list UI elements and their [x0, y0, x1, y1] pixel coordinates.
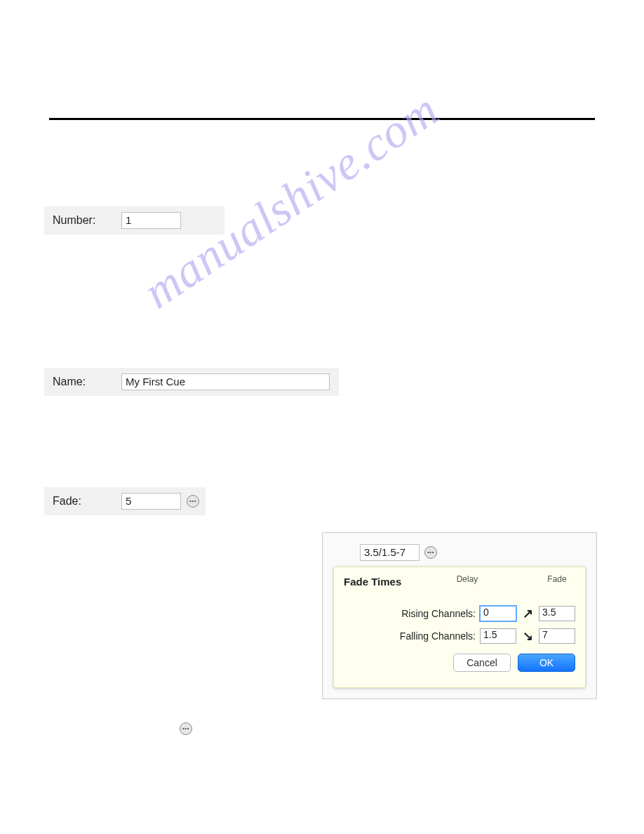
fade-input[interactable]: 5 — [121, 493, 181, 510]
rising-fade-input[interactable]: 3.5 — [539, 606, 575, 621]
dialog-button-row: Cancel OK — [344, 654, 575, 672]
arrow-up-right-icon: ↗ — [521, 606, 535, 621]
name-field-strip: Name: My First Cue — [44, 368, 339, 396]
ellipsis-icon: ••• — [182, 724, 189, 734]
falling-channels-row: Falling Channels: 1.5 ↘ 7 — [344, 628, 575, 644]
number-field-strip: Number: 1 — [44, 206, 224, 234]
rising-channels-label: Rising Channels: — [344, 608, 476, 619]
fade-times-dialog: Fade Times Delay Fade Rising Channels: 0… — [333, 567, 586, 688]
falling-fade-input[interactable]: 7 — [539, 628, 575, 644]
rising-channels-row: Rising Channels: 0 ↗ 3.5 — [344, 606, 575, 621]
number-input[interactable]: 1 — [121, 212, 181, 229]
ellipsis-icon: ••• — [189, 496, 196, 506]
fade-summary-input[interactable]: 3.5/1.5-7 — [360, 544, 420, 561]
fade-times-headers: Delay Fade — [449, 574, 575, 584]
falling-channels-label: Falling Channels: — [344, 630, 476, 642]
fade-more-button[interactable]: ••• — [187, 495, 199, 508]
name-input[interactable]: My First Cue — [121, 373, 330, 390]
fade-header: Fade — [539, 574, 575, 584]
horizontal-rule — [49, 118, 595, 120]
fade-summary-more-button[interactable]: ••• — [424, 546, 437, 559]
fade-times-frame: 3.5/1.5-7 ••• Fade Times Delay Fade Risi… — [322, 532, 597, 699]
rising-delay-input[interactable]: 0 — [480, 606, 516, 621]
cancel-button[interactable]: Cancel — [453, 654, 511, 672]
delay-header: Delay — [449, 574, 485, 584]
name-label: Name: — [53, 376, 121, 388]
inline-more-button[interactable]: ••• — [180, 722, 192, 735]
arrow-down-right-icon: ↘ — [521, 628, 535, 644]
ok-button[interactable]: OK — [518, 654, 575, 672]
fade-label: Fade: — [53, 495, 121, 508]
falling-delay-input[interactable]: 1.5 — [480, 628, 516, 644]
document-page: manualshive.com Number: 1 Name: My First… — [0, 0, 644, 834]
number-label: Number: — [53, 214, 121, 227]
fade-field-strip: Fade: 5 ••• — [44, 487, 206, 515]
ellipsis-icon: ••• — [427, 548, 434, 557]
